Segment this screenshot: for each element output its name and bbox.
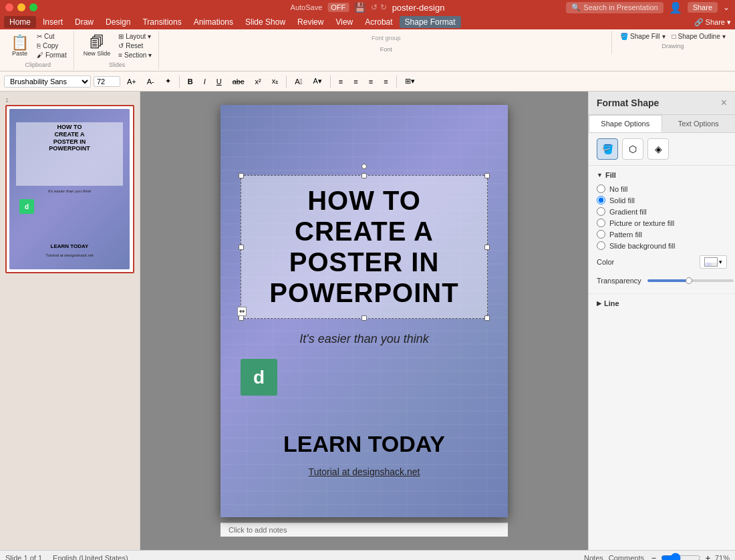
- handle-mr[interactable]: [484, 245, 490, 250]
- handle-br[interactable]: [484, 315, 490, 321]
- close-button[interactable]: [5, 3, 13, 11]
- rotation-handle[interactable]: [361, 164, 367, 169]
- new-slide-button[interactable]: 🗐 New Slide: [80, 33, 115, 59]
- fill-effects-icon-btn[interactable]: 🪣: [597, 138, 618, 160]
- section-button[interactable]: ≡Section ▾: [116, 51, 154, 59]
- pattern-fill-row: Pattern fill: [597, 229, 727, 240]
- menu-item-animations[interactable]: Animations: [188, 16, 239, 28]
- fill-arrow: ▼: [597, 172, 603, 178]
- menu-item-slideshow[interactable]: Slide Show: [240, 16, 291, 28]
- tab-shape-options[interactable]: Shape Options: [589, 115, 662, 132]
- slide-canvas[interactable]: HOW TO CREATE A POSTER IN POWERPOINT ⇔ I…: [220, 105, 508, 517]
- format-panel-header: Format Shape ×: [589, 92, 735, 115]
- thumb-learn: LEARN TODAY: [9, 243, 130, 249]
- menu-item-review[interactable]: Review: [292, 16, 329, 28]
- fill-section-header[interactable]: ▼ Fill: [597, 171, 727, 179]
- share-button[interactable]: 🔗 Share ▾: [694, 18, 731, 27]
- gradient-fill-radio[interactable]: [597, 207, 605, 216]
- italic-button[interactable]: I: [200, 76, 210, 87]
- font-shrink-button[interactable]: A-: [143, 76, 158, 87]
- resize-left-handle[interactable]: ⇔: [237, 307, 247, 316]
- text-shadow-button[interactable]: A⃝: [291, 76, 306, 87]
- format-button[interactable]: 🖌Format: [34, 51, 69, 59]
- notes-bar[interactable]: Click to add notes: [220, 523, 508, 537]
- bold-button[interactable]: B: [184, 76, 197, 87]
- align-center-button[interactable]: ≡: [349, 76, 361, 87]
- clear-format-button[interactable]: ✦: [161, 76, 175, 87]
- app-title: poster-design: [392, 3, 445, 13]
- align-left-button[interactable]: ≡: [335, 76, 347, 87]
- menu-item-view[interactable]: View: [330, 16, 358, 28]
- menu-item-insert[interactable]: Insert: [37, 16, 68, 28]
- notes-toggle[interactable]: Notes: [584, 554, 603, 561]
- font-color-button[interactable]: A▾: [309, 76, 326, 87]
- handle-tm[interactable]: [361, 173, 367, 178]
- transparency-label: Transparency: [597, 277, 643, 285]
- color-picker-button[interactable]: ▾: [700, 255, 727, 269]
- format-panel-close[interactable]: ×: [721, 97, 727, 109]
- font-size-input[interactable]: [94, 76, 120, 87]
- handle-ml[interactable]: [239, 245, 244, 250]
- align-right-button[interactable]: ≡: [365, 76, 377, 87]
- autosave-label: AutoSave: [291, 3, 323, 11]
- shadow-icon-btn[interactable]: ◈: [647, 138, 669, 160]
- layout-button[interactable]: ⊞Layout ▾: [116, 32, 154, 41]
- shape-outline-button[interactable]: □Shape Outline ▾: [670, 32, 728, 41]
- comments-toggle[interactable]: Comments: [609, 554, 644, 561]
- share-button[interactable]: Share: [688, 2, 718, 13]
- minimize-button[interactable]: [17, 3, 25, 11]
- autosave-toggle[interactable]: OFF: [327, 3, 349, 12]
- search-box[interactable]: 🔍 Search in Presentation: [566, 2, 663, 13]
- gradient-fill-row: Gradient fill: [597, 206, 727, 217]
- handle-bl[interactable]: [239, 315, 244, 321]
- thumb-logo: d: [19, 199, 34, 214]
- line-section-header[interactable]: ▶ Line: [589, 294, 735, 313]
- title-bar: AutoSave OFF 💾 ↺ ↻ poster-design 🔍 Searc…: [0, 0, 735, 15]
- pattern-fill-radio[interactable]: [597, 230, 605, 239]
- no-fill-radio[interactable]: [597, 184, 605, 193]
- copy-button[interactable]: ⎘Copy: [34, 41, 69, 50]
- handle-bm[interactable]: [361, 315, 367, 321]
- picture-fill-radio[interactable]: [597, 219, 605, 227]
- align-justify-button[interactable]: ≡: [380, 76, 392, 87]
- menu-item-design[interactable]: Design: [100, 16, 136, 28]
- zoom-slider[interactable]: [661, 553, 701, 561]
- zoom-out-button[interactable]: －: [649, 552, 658, 561]
- main-area: 1 HOW TOCREATE APOSTER INPOWERPOINT It's…: [0, 92, 735, 550]
- shape-options-icon-btn[interactable]: ⬡: [622, 138, 643, 160]
- menu-item-home[interactable]: Home: [4, 16, 36, 28]
- slide-bg-radio[interactable]: [597, 241, 605, 250]
- slides-group: 🗐 New Slide ⊞Layout ▾ ↺Reset ≡Section ▾ …: [76, 31, 160, 69]
- handle-tl[interactable]: [239, 173, 244, 178]
- cut-button[interactable]: ✂Cut: [34, 32, 69, 41]
- canvas-area[interactable]: HOW TO CREATE A POSTER IN POWERPOINT ⇔ I…: [140, 92, 588, 550]
- menu-item-shapeformat[interactable]: Shape Format: [400, 16, 461, 28]
- window-controls[interactable]: [5, 3, 37, 11]
- underline-button[interactable]: U: [212, 76, 226, 87]
- maximize-button[interactable]: [29, 3, 37, 11]
- tab-text-options[interactable]: Text Options: [662, 115, 736, 132]
- font-name-select[interactable]: Brushability Sans: [4, 76, 91, 88]
- solid-fill-radio[interactable]: [597, 196, 605, 204]
- columns-button[interactable]: ⊞▾: [401, 76, 419, 87]
- menu-item-acrobat[interactable]: Acrobat: [359, 16, 398, 28]
- menu-item-draw[interactable]: Draw: [69, 16, 99, 28]
- thumb-subtitle: It's easier than you think: [9, 189, 130, 193]
- transparency-slider[interactable]: [647, 279, 734, 282]
- learn-heading: LEARN TODAY: [220, 431, 508, 457]
- font-group: Font group Font: [160, 31, 612, 54]
- menu-item-transitions[interactable]: Transitions: [137, 16, 186, 28]
- superscript-button[interactable]: x²: [251, 76, 265, 87]
- slide-thumbnail[interactable]: HOW TOCREATE APOSTER INPOWERPOINT It's e…: [5, 105, 134, 273]
- strikethrough-button[interactable]: abc: [229, 76, 249, 87]
- zoom-in-button[interactable]: ＋: [704, 552, 712, 561]
- paste-button[interactable]: 📋 Paste: [7, 33, 33, 59]
- reset-button[interactable]: ↺Reset: [116, 41, 154, 50]
- font-grow-button[interactable]: A+: [123, 76, 140, 87]
- slide-subtitle: It's easier than you think: [220, 332, 508, 346]
- subscript-button[interactable]: x₂: [268, 76, 283, 87]
- handle-tr[interactable]: [484, 173, 490, 178]
- shape-fill-button[interactable]: 🪣Shape Fill ▾: [617, 32, 668, 41]
- transparency-row: Transparency: [597, 273, 727, 288]
- slide-thumb-inner: HOW TOCREATE APOSTER INPOWERPOINT It's e…: [9, 109, 130, 269]
